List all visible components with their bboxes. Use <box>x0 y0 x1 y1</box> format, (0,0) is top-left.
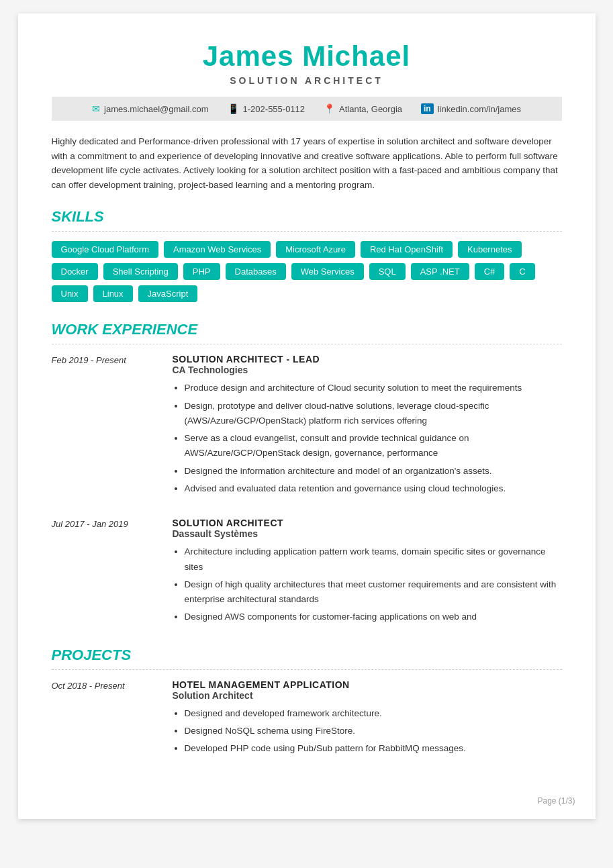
skill-tag: Docker <box>52 263 98 280</box>
work-entry: Jul 2017 - Jan 2019SOLUTION ARCHITECTDas… <box>52 518 562 627</box>
work-bullet-item: Serve as a cloud evangelist, consult and… <box>185 431 562 461</box>
work-bullets: Architecture including application patte… <box>173 544 562 624</box>
skills-container: Google Cloud PlatformAmazon Web Services… <box>52 241 562 302</box>
skills-title: SKILLS <box>52 208 562 226</box>
projects-section: PROJECTS Oct 2018 - PresentHOTEL MANAGEM… <box>52 646 562 759</box>
work-title: WORK EXPERIENCE <box>52 321 562 338</box>
skill-tag: Kubernetes <box>458 241 522 258</box>
project-content: HOTEL MANAGEMENT APPLICATIONSolution Arc… <box>173 679 562 759</box>
work-divider <box>52 344 562 344</box>
skill-tag: C# <box>475 263 505 280</box>
linkedin-icon: in <box>421 103 434 114</box>
resume-page: James Michael SOLUTION ARCHITECT ✉ james… <box>18 13 596 819</box>
work-company: Dassault Systèmes <box>173 528 562 539</box>
skill-tag: Red Hat OpenShift <box>361 241 453 258</box>
skill-tag: Amazon Web Services <box>164 241 271 258</box>
work-content: SOLUTION ARCHITECT - LEADCA Technologies… <box>173 354 562 499</box>
skill-tag: Databases <box>226 263 286 280</box>
email-icon: ✉ <box>92 103 100 114</box>
contact-linkedin: in linkedin.com/in/james <box>421 103 521 114</box>
work-bullet-item: Designed the information architecture an… <box>185 464 562 479</box>
work-bullet-item: Design, prototype and deliver cloud-nati… <box>185 399 562 429</box>
project-entry: Oct 2018 - PresentHOTEL MANAGEMENT APPLI… <box>52 679 562 759</box>
project-bullet-item: Designed NoSQL schema using FireStore. <box>185 724 562 738</box>
candidate-title: SOLUTION ARCHITECT <box>52 75 562 86</box>
project-title: HOTEL MANAGEMENT APPLICATION <box>173 679 562 690</box>
contact-location: 📍 Atlanta, Georgia <box>324 103 402 114</box>
work-date: Jul 2017 - Jan 2019 <box>52 518 152 627</box>
skill-tag: Google Cloud Platform <box>52 241 159 258</box>
linkedin-text: linkedin.com/in/james <box>438 104 521 114</box>
project-bullet-item: Designed and developed framework archite… <box>185 706 562 721</box>
work-bullet-item: Architecture including application patte… <box>185 544 562 575</box>
location-text: Atlanta, Georgia <box>339 104 402 114</box>
contact-email: ✉ james.michael@gmail.com <box>92 103 209 114</box>
candidate-name: James Michael <box>52 40 562 73</box>
work-entry: Feb 2019 - PresentSOLUTION ARCHITECT - L… <box>52 354 562 499</box>
work-company: CA Technologies <box>173 365 562 375</box>
summary-text: Highly dedicated and Performance-driven … <box>52 134 562 192</box>
skill-tag: PHP <box>183 263 220 280</box>
project-bullet-item: Developed PHP code using Pub/Sub pattern… <box>185 741 562 756</box>
project-role: Solution Architect <box>173 690 562 701</box>
work-job-title: SOLUTION ARCHITECT - LEAD <box>173 354 562 365</box>
work-job-title: SOLUTION ARCHITECT <box>173 518 562 528</box>
page-number: Page (1/3) <box>537 796 575 806</box>
work-date: Feb 2019 - Present <box>52 354 152 499</box>
skill-tag: SQL <box>369 263 406 280</box>
location-icon: 📍 <box>324 103 335 114</box>
skill-tag: Unix <box>52 285 88 302</box>
work-bullets: Produce design and architecture of Cloud… <box>173 381 562 496</box>
skill-tag: Shell Scripting <box>103 263 178 280</box>
work-content: SOLUTION ARCHITECTDassault SystèmesArchi… <box>173 518 562 627</box>
contact-bar: ✉ james.michael@gmail.com 📱 1-202-555-01… <box>52 97 562 121</box>
projects-title: PROJECTS <box>52 646 562 664</box>
work-experience-section: WORK EXPERIENCE Feb 2019 - PresentSOLUTI… <box>52 321 562 627</box>
skill-tag: Linux <box>93 285 133 302</box>
skill-tag: C <box>510 263 534 280</box>
email-text: james.michael@gmail.com <box>104 104 209 114</box>
work-bullet-item: Design of high quality architectures tha… <box>185 577 562 608</box>
phone-text: 1-202-555-0112 <box>243 104 305 114</box>
work-bullet-item: Produce design and architecture of Cloud… <box>185 381 562 395</box>
skill-tag: Web Services <box>291 263 364 280</box>
phone-icon: 📱 <box>228 103 239 114</box>
skill-tag: Microsoft Azure <box>276 241 355 258</box>
skill-tag: JavaScript <box>138 285 198 302</box>
projects-divider <box>52 669 562 670</box>
contact-phone: 📱 1-202-555-0112 <box>228 103 305 114</box>
work-bullet-item: Advised and evaluated data retention and… <box>185 481 562 496</box>
work-bullet-item: Designed AWS components for customer-fac… <box>185 610 562 624</box>
project-bullets: Designed and developed framework archite… <box>173 706 562 757</box>
skill-tag: ASP .NET <box>411 263 469 280</box>
skills-divider <box>52 231 562 232</box>
project-date: Oct 2018 - Present <box>52 679 152 759</box>
skills-section: SKILLS Google Cloud PlatformAmazon Web S… <box>52 208 562 302</box>
header: James Michael SOLUTION ARCHITECT <box>52 40 562 86</box>
